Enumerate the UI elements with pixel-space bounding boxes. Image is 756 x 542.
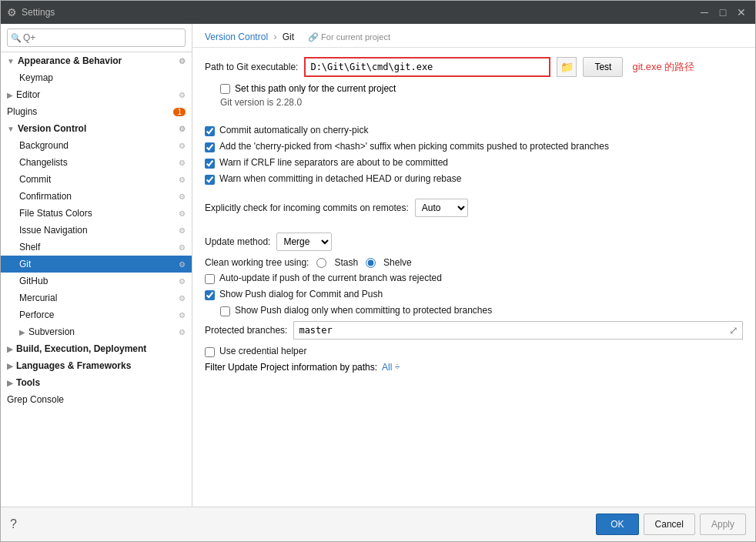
collapse-arrow: ▼ bbox=[7, 57, 15, 65]
auto-update-row: Auto-update if push of the current branc… bbox=[205, 273, 743, 284]
breadcrumb-parent[interactable]: Version Control bbox=[205, 32, 268, 42]
cherry-suffix-label[interactable]: Add the 'cherry-picked from <hash>' suff… bbox=[219, 141, 609, 152]
project-link[interactable]: 🔗 For current project bbox=[308, 32, 390, 42]
filter-label: Filter Update Project information by pat… bbox=[205, 362, 377, 373]
p4-icon: ⚙ bbox=[179, 311, 186, 320]
search-input[interactable] bbox=[7, 28, 186, 47]
sidebar-item-changelists[interactable]: Changelists ⚙ bbox=[1, 154, 192, 171]
credential-checkbox[interactable] bbox=[205, 347, 215, 357]
git-note: git.exe 的路径 bbox=[632, 60, 694, 74]
fsc-icon: ⚙ bbox=[179, 209, 186, 218]
warn-crlf-checkbox[interactable] bbox=[205, 159, 215, 169]
breadcrumb-separator: › bbox=[273, 32, 276, 42]
sidebar-item-commit[interactable]: Commit ⚙ bbox=[1, 171, 192, 188]
set-path-label[interactable]: Set this path only for the current proje… bbox=[235, 83, 396, 94]
warn-crlf-label[interactable]: Warn if CRLF line separators are about t… bbox=[219, 157, 448, 168]
sidebar-item-tools[interactable]: ▶ Tools bbox=[1, 374, 192, 391]
vc-arrow: ▼ bbox=[7, 125, 15, 133]
auto-update-checkbox[interactable] bbox=[205, 274, 215, 284]
sidebar-item-github[interactable]: GitHub ⚙ bbox=[1, 273, 192, 289]
main-header: Version Control › Git 🔗 For current proj… bbox=[192, 24, 755, 48]
titlebar: ⚙ Settings ─ □ ✕ bbox=[1, 1, 755, 24]
git-exe-label: Path to Git executable: bbox=[205, 62, 298, 72]
sidebar-item-languages[interactable]: ▶ Languages & Frameworks bbox=[1, 357, 192, 374]
bg-icon: ⚙ bbox=[179, 142, 186, 150]
sidebar-item-keymap[interactable]: Keymap bbox=[1, 69, 192, 86]
sidebar-item-file-status-colors[interactable]: File Status Colors ⚙ bbox=[1, 205, 192, 222]
clean-tree-label: Clean working tree using: bbox=[205, 257, 309, 268]
vc-icon: ⚙ bbox=[179, 125, 186, 133]
incoming-select[interactable]: Auto Always Never bbox=[415, 199, 468, 217]
sidebar-item-build[interactable]: ▶ Build, Execution, Deployment bbox=[1, 340, 192, 357]
sidebar-item-version-control[interactable]: ▼ Version Control ⚙ bbox=[1, 120, 192, 137]
breadcrumb: Version Control › Git bbox=[205, 32, 294, 42]
sidebar-item-shelf[interactable]: Shelf ⚙ bbox=[1, 239, 192, 256]
settings-window: ⚙ Settings ─ □ ✕ 🔍 ▼ Appearance & Behavi… bbox=[0, 0, 756, 542]
expand-button[interactable]: ⤢ bbox=[726, 323, 741, 338]
main-body: Path to Git executable: 📁 Test git.exe 的… bbox=[192, 48, 755, 507]
show-push-label[interactable]: Show Push dialog for Commit and Push bbox=[219, 289, 383, 299]
cherry-suffix-checkbox[interactable] bbox=[205, 142, 215, 152]
sidebar-item-perforce[interactable]: Perforce ⚙ bbox=[1, 306, 192, 323]
folder-button[interactable]: 📁 bbox=[557, 57, 577, 77]
build-arrow: ▶ bbox=[7, 345, 13, 353]
footer: ? OK Cancel Apply bbox=[1, 507, 755, 541]
settings-icon-2: ⚙ bbox=[179, 91, 186, 99]
filter-value[interactable]: All ÷ bbox=[382, 362, 400, 373]
settings-icon: ⚙ bbox=[179, 57, 186, 65]
set-path-checkbox[interactable] bbox=[220, 84, 230, 94]
maximize-button[interactable]: □ bbox=[715, 5, 731, 20]
auto-cherry-checkbox[interactable] bbox=[205, 126, 215, 136]
git-version-row: Git version is 2.28.0 bbox=[220, 97, 743, 108]
cherry-suffix-row: Add the 'cherry-picked from <hash>' suff… bbox=[205, 141, 743, 152]
shelve-radio[interactable] bbox=[366, 258, 376, 268]
sidebar-item-issue-navigation[interactable]: Issue Navigation ⚙ bbox=[1, 222, 192, 239]
apply-button[interactable]: Apply bbox=[700, 514, 746, 535]
show-push-protected-checkbox[interactable] bbox=[220, 306, 230, 316]
help-button[interactable]: ? bbox=[10, 517, 17, 531]
credential-label[interactable]: Use credential helper bbox=[219, 346, 306, 356]
stash-label[interactable]: Stash bbox=[334, 257, 358, 268]
auto-update-label[interactable]: Auto-update if push of the current branc… bbox=[219, 273, 442, 283]
git-exe-input[interactable] bbox=[304, 57, 550, 77]
ok-button[interactable]: OK bbox=[596, 514, 638, 535]
clean-tree-row: Clean working tree using: Stash Shelve bbox=[205, 257, 743, 268]
warn-detached-checkbox[interactable] bbox=[205, 175, 215, 185]
shelf-icon: ⚙ bbox=[179, 243, 186, 252]
cancel-button[interactable]: Cancel bbox=[644, 514, 695, 535]
incoming-row: Explicitly check for incoming commits on… bbox=[205, 199, 743, 217]
sidebar-item-editor[interactable]: ▶ Editor ⚙ bbox=[1, 86, 192, 103]
breadcrumb-current: Git bbox=[283, 32, 294, 42]
git-exe-row: Path to Git executable: 📁 Test git.exe 的… bbox=[205, 57, 743, 77]
sidebar-item-confirmation[interactable]: Confirmation ⚙ bbox=[1, 188, 192, 205]
sidebar-item-background[interactable]: Background ⚙ bbox=[1, 137, 192, 154]
sidebar-item-subversion[interactable]: ▶ Subversion ⚙ bbox=[1, 323, 192, 340]
close-button[interactable]: ✕ bbox=[734, 5, 749, 20]
auto-cherry-label[interactable]: Commit automatically on cherry-pick bbox=[219, 125, 368, 136]
git-version-text: Git version is 2.28.0 bbox=[220, 97, 302, 108]
commit-icon: ⚙ bbox=[179, 176, 186, 184]
auto-cherry-row: Commit automatically on cherry-pick bbox=[205, 125, 743, 136]
git-icon: ⚙ bbox=[179, 260, 186, 269]
expand-arrow: ▶ bbox=[7, 91, 13, 99]
warn-detached-label[interactable]: Warn when committing in detached HEAD or… bbox=[219, 173, 461, 184]
warn-detached-row: Warn when committing in detached HEAD or… bbox=[205, 173, 743, 185]
shelve-label[interactable]: Shelve bbox=[383, 257, 412, 268]
sidebar-item-mercurial[interactable]: Mercurial ⚙ bbox=[1, 289, 192, 306]
show-push-protected-label[interactable]: Show Push dialog only when committing to… bbox=[235, 305, 492, 316]
svn-icon: ⚙ bbox=[179, 328, 186, 336]
sidebar-item-git[interactable]: Git ⚙ bbox=[1, 256, 192, 273]
in-icon: ⚙ bbox=[179, 226, 186, 235]
conf-icon: ⚙ bbox=[179, 192, 186, 201]
update-method-select[interactable]: Merge Rebase bbox=[276, 233, 332, 251]
stash-radio[interactable] bbox=[316, 258, 326, 268]
sidebar-item-appearance[interactable]: ▼ Appearance & Behavior ⚙ bbox=[1, 52, 192, 69]
search-box: 🔍 bbox=[1, 24, 192, 52]
show-push-checkbox[interactable] bbox=[205, 290, 215, 300]
test-button[interactable]: Test bbox=[583, 57, 623, 77]
sidebar-item-grep[interactable]: Grep Console bbox=[1, 391, 192, 408]
warn-crlf-row: Warn if CRLF line separators are about t… bbox=[205, 157, 743, 169]
protected-input[interactable] bbox=[293, 321, 743, 340]
sidebar-item-plugins[interactable]: Plugins 1 bbox=[1, 103, 192, 120]
minimize-button[interactable]: ─ bbox=[697, 5, 712, 20]
